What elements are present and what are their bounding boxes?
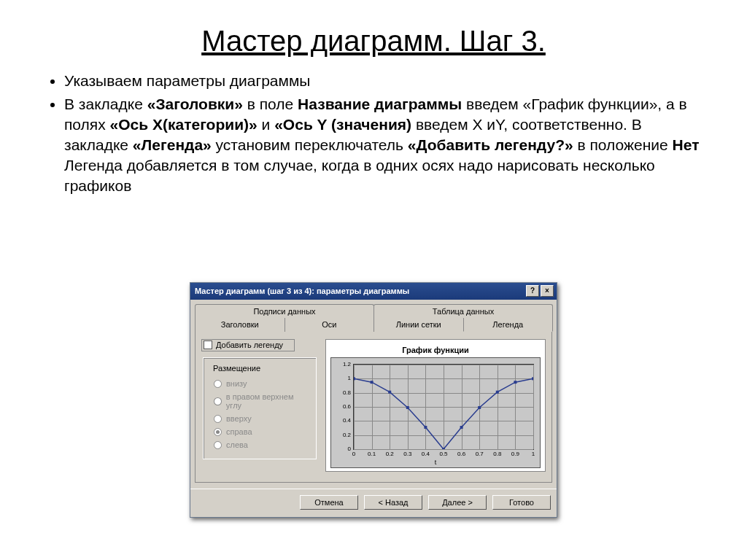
close-button[interactable]: × — [541, 285, 554, 297]
svg-rect-5 — [442, 448, 445, 449]
tab-legend[interactable]: Легенда — [463, 318, 554, 332]
svg-rect-1 — [371, 381, 374, 384]
help-button[interactable]: ? — [526, 285, 539, 297]
chart-preview: График функции 00.20.40.60.811.200.10.20… — [325, 339, 546, 472]
placement-group: Размещение внизу в правом верхнем углу в… — [203, 357, 317, 459]
radio-bottom[interactable]: внизу — [209, 377, 310, 390]
svg-rect-9 — [514, 381, 516, 384]
dialog-title-text: Мастер диаграмм (шаг 3 из 4): параметры … — [195, 287, 409, 295]
tab-axes[interactable]: Оси — [285, 318, 375, 332]
svg-rect-7 — [478, 406, 481, 409]
bullet-2: В закладке «Заголовки» в поле Название д… — [64, 94, 703, 196]
cancel-button[interactable]: Отмена — [300, 495, 358, 510]
svg-rect-8 — [496, 391, 499, 394]
tab-data-labels[interactable]: Подписи данных — [195, 304, 374, 318]
placement-group-title: Размещение — [211, 364, 263, 373]
svg-rect-0 — [354, 377, 355, 380]
back-button[interactable]: < Назад — [364, 495, 422, 510]
next-button[interactable]: Далее > — [428, 495, 487, 510]
svg-rect-10 — [532, 377, 533, 380]
add-legend-checkbox[interactable]: Добавить легенду — [201, 339, 295, 351]
svg-rect-6 — [460, 426, 463, 429]
chart-wizard-dialog: Мастер диаграмм (шаг 3 из 4): параметры … — [190, 282, 557, 518]
slide-body: Указываем параметры диаграммы В закладке… — [44, 71, 703, 196]
tab-titles[interactable]: Заголовки — [195, 318, 285, 332]
svg-rect-3 — [406, 406, 409, 409]
checkbox-icon — [204, 341, 212, 349]
bullet-1: Указываем параметры диаграммы — [64, 71, 703, 91]
radio-top-right[interactable]: в правом верхнем углу — [209, 390, 310, 412]
dialog-titlebar[interactable]: Мастер диаграмм (шаг 3 из 4): параметры … — [190, 283, 557, 300]
svg-rect-2 — [388, 391, 391, 394]
tab-gridlines[interactable]: Линии сетки — [374, 318, 464, 332]
finish-button[interactable]: Готово — [492, 495, 551, 510]
radio-top[interactable]: вверху — [209, 412, 310, 425]
chart-title: График функции — [330, 346, 541, 354]
radio-left[interactable]: слева — [209, 438, 310, 451]
radio-right[interactable]: справа — [209, 425, 310, 438]
add-legend-label: Добавить легенду — [216, 341, 283, 349]
slide-title: Мастер диаграмм. Шаг 3. — [44, 25, 703, 58]
chart-xlabel: t — [331, 459, 540, 466]
svg-rect-4 — [424, 426, 427, 429]
tab-data-table[interactable]: Таблица данных — [374, 304, 553, 318]
